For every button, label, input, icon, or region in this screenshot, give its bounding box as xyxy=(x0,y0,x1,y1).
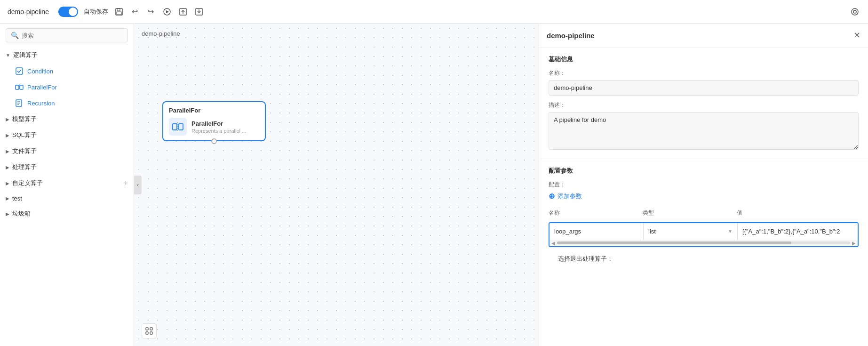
arrow-icon: ▼ xyxy=(6,53,10,58)
exit-section: 选择退出处理算子： xyxy=(549,249,859,269)
svg-rect-19 xyxy=(173,124,177,130)
export-icon[interactable] xyxy=(178,7,188,17)
sidebar-group-test-header[interactable]: ▶ test xyxy=(0,191,134,206)
save-icon[interactable] xyxy=(114,7,124,17)
sidebar-group-process: ▶ 处理算子 xyxy=(0,159,134,175)
parallelfor-node-icon xyxy=(172,121,184,133)
toolbar-title: demo-pipeline xyxy=(8,8,49,16)
node-name: ParallelFor xyxy=(191,120,246,127)
auto-save-toggle[interactable] xyxy=(58,7,78,17)
search-box[interactable]: 🔍 xyxy=(6,28,128,42)
param-cell-value[interactable]: [{"A_a":1,"B_b":2},{"A_a":10,"B_b":2 xyxy=(738,223,858,240)
param-type-text: list xyxy=(648,228,728,235)
sidebar-group-model-header[interactable]: ▶ 模型算子 xyxy=(0,111,134,127)
param-table-header: 名称 类型 值 xyxy=(549,206,859,220)
sidebar-group-trash-label: 垃圾箱 xyxy=(12,209,128,218)
main-layout: 🔍 ▼ 逻辑算子 Condition ⠿ ParallelFor ⠿ xyxy=(0,24,868,346)
config-label: 配置： xyxy=(549,181,859,189)
scroll-left-icon[interactable]: ◀ xyxy=(550,241,556,246)
pipeline-node-parallelfor[interactable]: ParallelFor ParallelFor Represents a par… xyxy=(162,101,266,141)
config-section-title: 配置参数 xyxy=(549,167,859,175)
sidebar-group-model: ▶ 模型算子 xyxy=(0,111,134,127)
sidebar-group-sql-header[interactable]: ▶ SQL算子 xyxy=(0,127,134,143)
sidebar-item-condition[interactable]: Condition ⠿ xyxy=(0,63,134,79)
node-desc: Represents a parallel ... xyxy=(191,128,246,134)
basic-info-title: 基础信息 xyxy=(549,55,859,64)
desc-label: 描述： xyxy=(549,101,859,109)
right-panel: demo-pipeline ✕ 基础信息 名称： 描述： A pipeline … xyxy=(539,24,868,346)
sidebar-group-process-header[interactable]: ▶ 处理算子 xyxy=(0,159,134,175)
node-title: ParallelFor xyxy=(169,107,259,114)
redo-icon[interactable]: ↪ xyxy=(146,7,156,17)
sidebar-item-parallelfor-label: ParallelFor xyxy=(27,84,119,91)
sidebar-group-custom-header[interactable]: ▶ 自定义算子 + xyxy=(0,175,134,191)
import-icon[interactable] xyxy=(194,7,204,17)
param-cell-name[interactable]: loop_args xyxy=(549,223,644,240)
search-icon: 🔍 xyxy=(11,32,19,39)
svg-marker-4 xyxy=(166,10,169,13)
svg-rect-13 xyxy=(20,85,23,89)
canvas-collapse-btn[interactable]: ‹ xyxy=(134,176,142,194)
toolbar: demo-pipeline 自动保存 ↩ ↪ xyxy=(0,0,868,24)
svg-point-9 xyxy=(852,8,858,15)
node-connector xyxy=(211,138,217,144)
svg-rect-20 xyxy=(179,124,183,130)
name-label: 名称： xyxy=(549,69,859,77)
basic-info-section: 基础信息 名称： 描述： A pipeline for demo xyxy=(539,48,868,159)
exit-label: 选择退出处理算子： xyxy=(558,255,613,262)
arrow-icon-custom: ▶ xyxy=(6,181,9,186)
settings-icon[interactable] xyxy=(849,6,860,17)
sidebar-item-condition-label: Condition xyxy=(27,68,119,75)
param-cell-type[interactable]: list ▼ xyxy=(644,223,738,240)
sidebar-group-file-label: 文件算子 xyxy=(12,147,128,155)
search-input[interactable] xyxy=(22,32,123,39)
condition-icon xyxy=(15,67,24,75)
sidebar: 🔍 ▼ 逻辑算子 Condition ⠿ ParallelFor ⠿ xyxy=(0,24,134,346)
sidebar-group-logic-header[interactable]: ▼ 逻辑算子 xyxy=(0,47,134,63)
arrow-icon-process: ▶ xyxy=(6,165,9,170)
sidebar-group-trash-header[interactable]: ▶ 垃圾箱 xyxy=(0,206,134,222)
sidebar-item-parallelfor[interactable]: ParallelFor ⠿ xyxy=(0,79,134,95)
auto-save-label: 自动保存 xyxy=(84,8,108,16)
svg-point-10 xyxy=(853,10,856,13)
col-value-header: 值 xyxy=(737,209,859,217)
sidebar-item-recursion[interactable]: Recursion ⠿ xyxy=(0,95,134,111)
arrow-icon-test: ▶ xyxy=(6,196,9,201)
dropdown-arrow-icon: ▼ xyxy=(728,229,733,234)
svg-rect-12 xyxy=(16,85,19,89)
sidebar-group-process-label: 处理算子 xyxy=(12,163,128,171)
canvas-fit-btn[interactable] xyxy=(142,323,157,338)
arrow-icon-model: ▶ xyxy=(6,117,9,122)
sidebar-group-custom: ▶ 自定义算子 + xyxy=(0,175,134,191)
add-custom-icon[interactable]: + xyxy=(124,179,128,187)
sidebar-group-test-label: test xyxy=(12,195,128,202)
arrow-icon-file: ▶ xyxy=(6,149,9,154)
arrow-icon-sql: ▶ xyxy=(6,133,9,138)
sidebar-group-logic-label: 逻辑算子 xyxy=(13,51,128,59)
arrow-icon-trash: ▶ xyxy=(6,211,9,217)
canvas-area[interactable]: demo-pipeline ParallelFor ParallelFor Re… xyxy=(134,24,539,346)
node-icon-box xyxy=(169,118,187,136)
scrollbar-track[interactable] xyxy=(557,241,850,244)
run-icon[interactable] xyxy=(162,7,172,17)
sidebar-group-custom-label: 自定义算子 xyxy=(12,179,121,187)
sidebar-group-sql: ▶ SQL算子 xyxy=(0,127,134,143)
scrollbar-row: ◀ ▶ xyxy=(549,240,858,246)
sidebar-group-logic: ▼ 逻辑算子 Condition ⠿ ParallelFor ⠿ xyxy=(0,47,134,111)
node-info: ParallelFor Represents a parallel ... xyxy=(191,120,246,134)
name-input[interactable] xyxy=(549,80,859,96)
parallelfor-icon xyxy=(15,83,24,91)
add-param-button[interactable]: ⊕ 添加参数 xyxy=(549,192,582,201)
sidebar-group-file-header[interactable]: ▶ 文件算子 xyxy=(0,143,134,159)
recursion-icon xyxy=(15,99,24,107)
scroll-right-icon[interactable]: ▶ xyxy=(851,241,857,246)
sidebar-group-file: ▶ 文件算子 xyxy=(0,143,134,159)
sidebar-group-model-label: 模型算子 xyxy=(12,115,128,123)
undo-icon[interactable]: ↩ xyxy=(130,7,140,17)
desc-textarea[interactable]: A pipeline for demo xyxy=(549,112,859,150)
svg-rect-24 xyxy=(146,332,148,334)
col-type-header: 类型 xyxy=(643,209,737,217)
sidebar-item-recursion-label: Recursion xyxy=(27,100,119,107)
sidebar-group-trash: ▶ 垃圾箱 xyxy=(0,206,134,222)
close-button[interactable]: ✕ xyxy=(853,30,860,40)
